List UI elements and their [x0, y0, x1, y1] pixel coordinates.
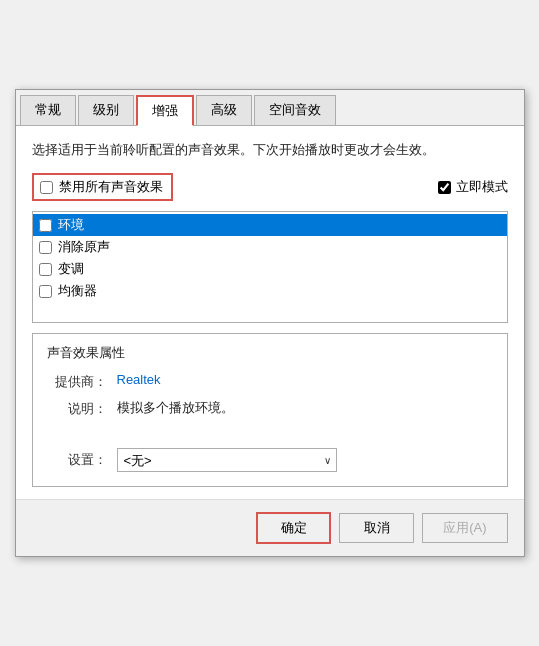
effect-env-label: 环境	[58, 216, 84, 234]
main-window: 常规 级别 增强 高级 空间音效 选择适用于当前聆听配置的声音效果。下次开始播放…	[15, 89, 525, 558]
apply-button[interactable]: 应用(A)	[422, 513, 507, 543]
properties-title: 声音效果属性	[47, 344, 493, 362]
disable-all-checkbox[interactable]	[40, 181, 53, 194]
effect-noise-checkbox[interactable]	[39, 241, 52, 254]
cancel-button[interactable]: 取消	[339, 513, 414, 543]
provider-value: Realtek	[117, 372, 161, 387]
effect-pitch-label: 变调	[58, 260, 84, 278]
effect-eq-label: 均衡器	[58, 282, 97, 300]
effects-list-container: 环境 消除原声 变调 均衡器	[32, 211, 508, 323]
settings-select[interactable]: <无>	[117, 448, 337, 472]
tab-spatial[interactable]: 空间音效	[254, 95, 336, 126]
provider-label: 提供商：	[47, 372, 107, 391]
tab-normal[interactable]: 常规	[20, 95, 76, 126]
controls-row: 禁用所有声音效果 立即模式	[32, 173, 508, 201]
effect-noise-label: 消除原声	[58, 238, 110, 256]
disable-all-text: 禁用所有声音效果	[59, 178, 163, 196]
effect-noise[interactable]: 消除原声	[33, 236, 507, 258]
ok-button[interactable]: 确定	[256, 512, 331, 544]
description-row: 说明： 模拟多个播放环境。	[47, 399, 493, 418]
effects-list[interactable]: 环境 消除原声 变调 均衡器	[33, 212, 507, 322]
settings-row: 设置： <无>	[47, 448, 493, 472]
prop-description-value: 模拟多个播放环境。	[117, 399, 234, 417]
immediate-mode-checkbox[interactable]	[438, 181, 451, 194]
prop-description-label: 说明：	[47, 399, 107, 418]
properties-box: 声音效果属性 提供商： Realtek 说明： 模拟多个播放环境。 设置： <无…	[32, 333, 508, 487]
effect-env[interactable]: 环境	[33, 214, 507, 236]
effect-pitch-checkbox[interactable]	[39, 263, 52, 276]
provider-row: 提供商： Realtek	[47, 372, 493, 391]
bottom-bar: 确定 取消 应用(A)	[16, 499, 524, 556]
tab-level[interactable]: 级别	[78, 95, 134, 126]
disable-all-label[interactable]: 禁用所有声音效果	[32, 173, 173, 201]
settings-label: 设置：	[47, 451, 107, 469]
immediate-mode-text: 立即模式	[456, 178, 508, 196]
settings-select-wrapper: <无>	[117, 448, 337, 472]
tab-bar: 常规 级别 增强 高级 空间音效	[16, 90, 524, 126]
effect-eq[interactable]: 均衡器	[33, 280, 507, 302]
effect-pitch[interactable]: 变调	[33, 258, 507, 280]
immediate-mode-label[interactable]: 立即模式	[438, 178, 508, 196]
tab-enhance[interactable]: 增强	[136, 95, 194, 126]
effect-eq-checkbox[interactable]	[39, 285, 52, 298]
tab-advanced[interactable]: 高级	[196, 95, 252, 126]
tab-content: 选择适用于当前聆听配置的声音效果。下次开始播放时更改才会生效。 禁用所有声音效果…	[16, 126, 524, 500]
effect-env-checkbox[interactable]	[39, 219, 52, 232]
description-text: 选择适用于当前聆听配置的声音效果。下次开始播放时更改才会生效。	[32, 140, 508, 160]
